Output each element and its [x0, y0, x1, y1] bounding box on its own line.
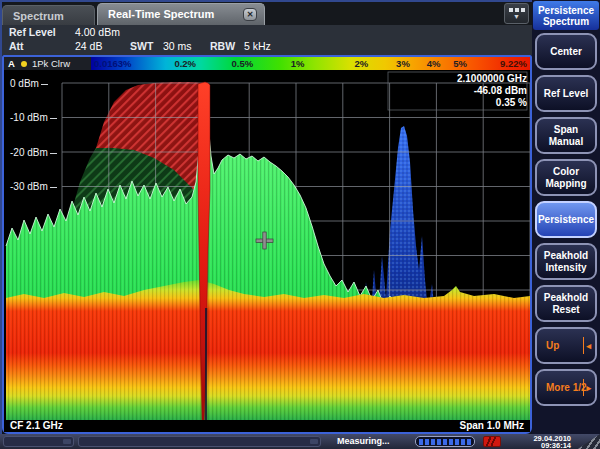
spike-shadow [205, 308, 207, 422]
color-scale-row: A 1Pk Clrw 0.0163% 0.2% 0.5% 1% 2% 3% 4%… [4, 57, 530, 70]
swt-label: SWT [130, 40, 153, 52]
y-axis-label: -10 dBm [10, 112, 57, 123]
menu-more-arrow-icon: ▸ [583, 379, 591, 396]
ref-level-value[interactable]: 4.00 dBm [75, 26, 120, 38]
softkey-center[interactable]: Center [535, 33, 597, 70]
scale-label: 0.0163% [94, 58, 132, 69]
softkey-span-manual[interactable]: Span Manual [535, 117, 597, 154]
window-id: A [8, 58, 15, 69]
resize-grip-icon [574, 434, 600, 449]
tab-label: Real-Time Spectrum [108, 8, 214, 20]
spectrum-canvas [4, 70, 530, 422]
softkey-peakhold-reset[interactable]: Peakhold Reset [535, 285, 597, 322]
center-frequency: CF 2.1 GHz [10, 420, 63, 431]
marker-frequency: 2.1000000 GHz [457, 73, 527, 84]
persistence-spectrum-plot[interactable]: 0 dBm -10 dBm -20 dBm -30 dBm 2.1000000 … [4, 70, 530, 422]
close-tab-icon[interactable]: ✕ [243, 8, 257, 21]
softkey-ref-level[interactable]: Ref Level [535, 75, 597, 112]
scale-label: 4% [427, 58, 441, 69]
error-indicator-icon [483, 436, 501, 447]
softkey-up[interactable]: Up ◂ [535, 327, 597, 364]
scale-label: 9.22% [500, 58, 527, 69]
softkey-menu-title: PersistenceSpectrum [533, 1, 599, 30]
window-tile-icon [515, 8, 519, 12]
y-axis-label: -30 dBm [10, 181, 57, 192]
att-label: Att [9, 40, 24, 52]
scale-label: 2% [354, 58, 368, 69]
field-icon [63, 439, 71, 444]
scale-label: 3% [396, 58, 410, 69]
softkey-more[interactable]: More 1/2 ▸ [535, 369, 597, 406]
status-bar: Measuring... 29.04.2010 09:36:14 [0, 434, 600, 449]
tab-spectrum[interactable]: Spectrum [2, 5, 95, 25]
scale-label: 0.2% [174, 58, 196, 69]
softkey-persistence[interactable]: Persistence [535, 201, 597, 238]
scale-label: 5% [453, 58, 467, 69]
marker-density: 0.35 % [496, 97, 527, 108]
time: 09:36:14 [533, 442, 571, 449]
rbw-label: RBW [210, 40, 235, 52]
span-value: Span 1.0 MHz [460, 420, 524, 431]
window-tile-icon [521, 8, 525, 12]
rbw-value[interactable]: 5 kHz [244, 40, 271, 52]
window-list-button[interactable]: ▼ [504, 3, 529, 24]
frequency-footer: CF 2.1 GHz Span 1.0 MHz [4, 420, 530, 432]
scale-label: 1% [291, 58, 305, 69]
measurement-header: Ref Level 4.00 dBm Att 24 dB SWT 30 ms R… [2, 25, 532, 55]
trace-active-dot-icon [21, 61, 27, 67]
marker-level: -46.08 dBm [474, 85, 527, 96]
measurement-progress-bar [415, 436, 475, 447]
measuring-status: Measuring... [337, 436, 390, 446]
tab-bar: Spectrum Real-Time Spectrum ✕ ▼ [2, 2, 532, 25]
persistence-color-scale: 0.0163% 0.2% 0.5% 1% 2% 3% 4% 5% 9.22% [91, 57, 530, 70]
chevron-down-icon: ▼ [505, 13, 528, 20]
ref-level-label: Ref Level [9, 26, 56, 38]
att-value[interactable]: 24 dB [75, 40, 102, 52]
y-axis-label: -20 dBm [10, 147, 57, 158]
softkey-color-mapping[interactable]: Color Mapping [535, 159, 597, 196]
menu-up-arrow-icon: ◂ [583, 337, 591, 354]
window-tile-icon [509, 8, 513, 12]
tab-real-time-spectrum[interactable]: Real-Time Spectrum ✕ [97, 3, 265, 25]
date-time: 29.04.2010 09:36:14 [533, 435, 571, 449]
trace-info: A 1Pk Clrw [4, 57, 91, 70]
status-field [3, 436, 74, 447]
spectrum-analyzer-screen: Spectrum Real-Time Spectrum ✕ ▼ Ref Leve… [0, 0, 600, 449]
scale-label: 0.5% [231, 58, 253, 69]
field-icon [310, 439, 318, 444]
swt-value[interactable]: 30 ms [163, 40, 192, 52]
softkey-peakhold-intensity[interactable]: Peakhold Intensity [535, 243, 597, 280]
status-field [78, 436, 321, 447]
y-axis-label: 0 dBm [10, 78, 48, 89]
trace-mode: 1Pk Clrw [32, 58, 70, 69]
diagram-area: A 1Pk Clrw 0.0163% 0.2% 0.5% 1% 2% 3% 4%… [2, 55, 532, 434]
softkey-menu: PersistenceSpectrum Center Ref Level Spa… [532, 0, 600, 434]
